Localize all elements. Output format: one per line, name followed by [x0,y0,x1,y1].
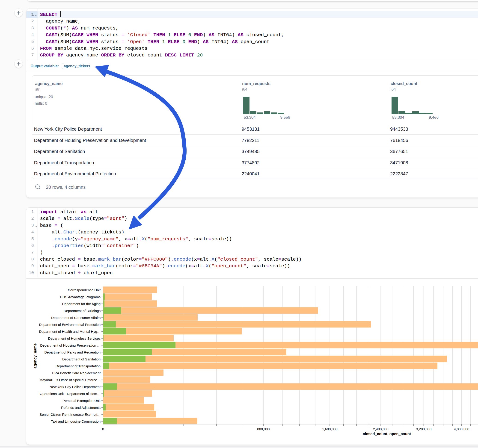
svg-text:4,000,000: 4,000,000 [454,427,469,431]
svg-text:New York City Police Departmen: New York City Police Department [50,385,101,389]
svg-text:Taxi and Limousine Commission: Taxi and Limousine Commission [51,419,101,423]
svg-text:Department of Transportation: Department of Transportation [56,364,101,368]
svg-text:0: 0 [102,427,104,431]
svg-text:Senior Citizen Rent Increase E: Senior Citizen Rent Increase Exempti… [40,412,101,416]
svg-text:Department for the Aging: Department for the Aging [62,302,101,305]
svg-text:Department of Homeless Service: Department of Homeless Services [48,336,101,340]
svg-text:Correspondence Unit: Correspondence Unit [68,288,101,292]
svg-text:Department of Housing Preserva: Department of Housing Preservation … [40,343,101,347]
svg-text:2,400,000: 2,400,000 [373,427,389,431]
svg-text:Department of Consumer Affairs: Department of Consumer Affairs [51,316,101,319]
svg-text:1,600,000: 1,600,000 [322,427,338,431]
svg-text:closed_count, open_count: closed_count, open_count [363,431,411,436]
svg-text:Department of Sanitation: Department of Sanitation [62,357,101,361]
svg-text:Operations Unit - Department o: Operations Unit - Department of Hom… [40,392,101,395]
svg-text:Department of Parks and Recrea: Department of Parks and Recreation [44,350,101,354]
svg-text:Refunds and Adjustments: Refunds and Adjustments [61,405,101,409]
svg-text:800,000: 800,000 [257,427,270,431]
svg-text:Department of Buildings: Department of Buildings [64,309,101,312]
svg-text:Department of Health and Menta: Department of Health and Mental Hyg… [39,329,101,333]
svg-text:DHS Advantage Programs: DHS Advantage Programs [60,295,101,299]
svg-text:3,200,000: 3,200,000 [416,427,431,431]
svg-text:agency_name: agency_name [33,343,37,368]
svg-text:Personal Exemption Unit: Personal Exemption Unit [63,398,101,402]
svg-text:Department of Environmental Pr: Department of Environmental Protection [39,322,101,326]
svg-text:Mayorâ€ s Office of Special En: Mayorâ€ s Office of Special Enforce… [39,378,101,382]
svg-text:HRA Benefit Card Replacement: HRA Benefit Card Replacement [52,371,101,375]
